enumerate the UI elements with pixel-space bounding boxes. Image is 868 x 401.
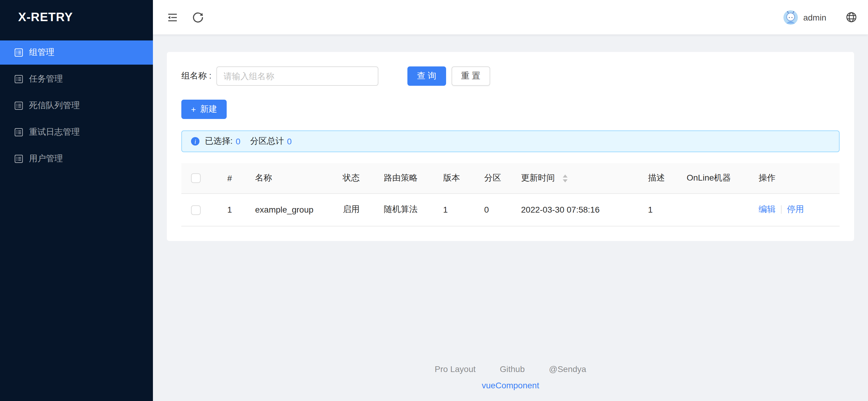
sidebar-item-label: 任务管理 (29, 74, 63, 85)
caret-up-icon (563, 174, 567, 177)
selected-label: 已选择: (205, 136, 233, 147)
column-header-route-policy: 路由策略 (374, 163, 433, 193)
column-header-description: 描述 (638, 163, 677, 193)
page-content: 组名称 : 查 询 重 置 + 新建 i 已选择: 0 分区总计 0 (153, 34, 868, 401)
edit-link[interactable]: 编辑 (758, 204, 776, 214)
cell-status: 启用 (333, 193, 374, 226)
username[interactable]: admin (803, 12, 826, 22)
group-name-label: 组名称 : (181, 71, 212, 81)
caret-down-icon (563, 179, 567, 182)
create-button[interactable]: + 新建 (181, 100, 227, 119)
group-name-input[interactable] (216, 66, 378, 86)
column-header-online-machines: OnLine机器 (677, 163, 749, 193)
sorter-icon[interactable] (563, 174, 567, 182)
groups-table: # 名称 状态 路由策略 版本 分区 更新时间 (181, 163, 840, 226)
cell-partition: 0 (474, 193, 512, 226)
column-header-partition: 分区 (474, 163, 512, 193)
plus-icon: + (191, 105, 196, 113)
sidebar: X-RETRY 组管理 (0, 0, 153, 401)
partition-total-label: 分区总计 (250, 136, 284, 147)
footer-link-sendya[interactable]: @Sendya (549, 364, 586, 374)
sidebar-item-task-management[interactable]: 任务管理 (0, 67, 153, 91)
sidebar-item-label: 死信队列管理 (29, 100, 80, 111)
cell-actions: 编辑停用 (749, 193, 840, 226)
action-divider (781, 206, 781, 214)
avatar[interactable] (783, 10, 798, 25)
reload-icon[interactable] (192, 11, 204, 24)
column-header-version: 版本 (433, 163, 474, 193)
column-header-updated-at-label: 更新时间 (521, 173, 555, 182)
selection-alert: i 已选择: 0 分区总计 0 (181, 130, 840, 152)
globe-icon[interactable] (846, 11, 857, 23)
sidebar-menu: 组管理 任务管理 (0, 34, 153, 173)
column-header-status: 状态 (333, 163, 374, 193)
menu-fold-icon[interactable] (166, 11, 178, 23)
footer-link-pro-layout[interactable]: Pro Layout (435, 364, 475, 374)
cell-index: 1 (218, 193, 245, 226)
app-logo: X-RETRY (0, 0, 153, 34)
sidebar-item-label: 重试日志管理 (29, 127, 80, 138)
table-header-row: # 名称 状态 路由策略 版本 分区 更新时间 (181, 163, 840, 193)
profile-icon (14, 128, 23, 136)
cell-route-policy: 随机算法 (374, 193, 433, 226)
footer-brand-link[interactable]: vueComponent (482, 380, 539, 390)
footer-brand: vueComponent (167, 380, 854, 390)
create-button-label: 新建 (200, 104, 217, 115)
disable-link[interactable]: 停用 (787, 204, 804, 214)
partition-total-count: 0 (287, 136, 292, 146)
select-all-checkbox[interactable] (191, 174, 201, 183)
sidebar-item-dead-letter-queue[interactable]: 死信队列管理 (0, 94, 153, 118)
sidebar-item-label: 用户管理 (29, 154, 63, 164)
column-header-actions: 操作 (749, 163, 840, 193)
cell-updated-at: 2022-03-30 07:58:16 (512, 193, 638, 226)
info-icon: i (191, 137, 199, 145)
reset-button[interactable]: 重 置 (451, 66, 490, 86)
table-row: 1 example_group 启用 随机算法 1 0 2022-03-30 0… (181, 193, 840, 226)
profile-icon (14, 75, 23, 83)
app-root: X-RETRY 组管理 (0, 0, 868, 401)
column-header-name: 名称 (245, 163, 333, 193)
profile-icon (14, 155, 23, 163)
column-header-updated-at[interactable]: 更新时间 (512, 163, 638, 193)
footer-links: Pro Layout Github @Sendya (167, 364, 854, 374)
cell-online-machines (677, 193, 749, 226)
query-button[interactable]: 查 询 (407, 66, 446, 86)
sidebar-item-retry-log[interactable]: 重试日志管理 (0, 120, 153, 144)
row-checkbox[interactable] (191, 205, 201, 215)
main-area: admin 组名称 : 查 询 重 置 (153, 0, 868, 401)
column-header-index: # (218, 163, 245, 193)
profile-icon (14, 48, 23, 57)
cell-description: 1 (638, 193, 677, 226)
sidebar-item-user-management[interactable]: 用户管理 (0, 147, 153, 171)
cell-version: 1 (433, 193, 474, 226)
topbar: admin (153, 0, 868, 34)
selected-count: 0 (236, 136, 241, 146)
sidebar-item-label: 组管理 (29, 47, 54, 58)
search-form: 组名称 : 查 询 重 置 (181, 66, 840, 86)
page-footer: Pro Layout Github @Sendya vueComponent (167, 352, 854, 401)
sidebar-item-group-management[interactable]: 组管理 (0, 40, 153, 65)
profile-icon (14, 101, 23, 110)
group-management-card: 组名称 : 查 询 重 置 + 新建 i 已选择: 0 分区总计 0 (167, 52, 854, 241)
cell-name: example_group (245, 193, 333, 226)
footer-link-github[interactable]: Github (500, 364, 525, 374)
